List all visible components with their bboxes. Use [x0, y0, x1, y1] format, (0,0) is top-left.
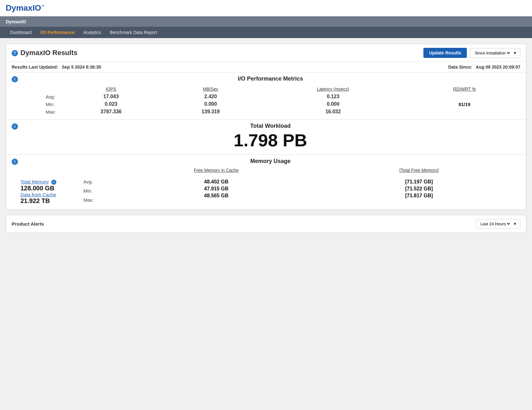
row-avg-label: Avg:: [20, 93, 59, 100]
last-updated-row: Results Last Updated: Sep 5 2024 8:36:30: [12, 65, 101, 70]
max-total-free: [71.817 GB]: [318, 192, 520, 199]
data-since-label: Data Since:: [448, 65, 472, 70]
total-free-col: [71.197 GB] [71.522 GB] [71.817 GB]: [318, 175, 520, 199]
alerts-time-select[interactable]: Last 24 Hours Last 7 Days Last 30 Days: [479, 221, 511, 227]
row-max-label: Max:: [20, 108, 59, 115]
data-from-cache-value: 21.922 TB: [20, 197, 83, 205]
data-since-row: Data Since: Aug 09 2023 20:09:07: [448, 65, 520, 70]
mem-min-label: Min:: [83, 186, 115, 195]
col-free-cache: Free Memory in Cache: [115, 168, 318, 173]
max-iops: 3787.336: [59, 108, 164, 115]
data-since-value: Aug 09 2023 20:09:07: [476, 65, 520, 70]
memory-col-headers: Free Memory in Cache [Total Free Memory]: [20, 168, 520, 173]
main-content: ? DymaxIO Results Update Results Since I…: [0, 38, 532, 239]
update-results-button[interactable]: Update Results: [423, 48, 467, 58]
avg-mbsec: 2.420: [164, 93, 258, 100]
app-title-bar: DymaxIO: [0, 16, 532, 27]
results-header: ? DymaxIO Results Update Results Since I…: [6, 44, 526, 62]
min-free-cache: 47.915 GB: [115, 185, 318, 192]
total-memory-link[interactable]: Total Memory: [20, 179, 49, 184]
workload-section: i Total Workload 1.798 PB: [6, 120, 526, 155]
total-memory-info-icon[interactable]: i: [51, 180, 56, 185]
table-row: Avg: 17.043 2.420 0.123 81/19: [20, 93, 520, 100]
min-mbsec: 0.000: [164, 100, 258, 108]
workload-info-icon[interactable]: i: [12, 123, 18, 130]
results-card: ? DymaxIO Results Update Results Since I…: [6, 44, 526, 210]
max-mbsec: 139.319: [164, 108, 258, 115]
since-select-wrapper[interactable]: Since Installation Last 24 Hours Last 7 …: [470, 48, 520, 58]
mem-max-label: Max:: [83, 195, 115, 205]
io-metrics-section: i I/O Performance Metrics IOPS MB/Sec La…: [6, 72, 526, 120]
product-alerts-card: Product Alerts Last 24 Hours Last 7 Days…: [6, 215, 526, 233]
app-logo: DymaxIO™: [6, 3, 45, 13]
workload-value: 1.798 PB: [20, 131, 520, 150]
io-metrics-content: I/O Performance Metrics IOPS MB/Sec Late…: [20, 76, 520, 115]
total-memory-col: Total Memory i 128.000 GB Data from Cach…: [20, 179, 83, 205]
since-select[interactable]: Since Installation Last 24 Hours Last 7 …: [473, 50, 511, 56]
memory-row-labels: Total Memory i 128.000 GB Data from Cach…: [20, 174, 520, 205]
col-latency: Latency (msecs): [258, 85, 409, 93]
avg-iops: 17.043: [59, 93, 164, 100]
min-total-free: [71.522 GB]: [318, 185, 520, 192]
last-updated-value: Sep 5 2024 8:36:30: [62, 65, 101, 70]
memory-section: i Memory Usage Free Memory in Cache [Tot…: [6, 155, 526, 210]
nav-dashboard[interactable]: Dashboard: [6, 27, 36, 38]
alerts-time-select-wrapper[interactable]: Last 24 Hours Last 7 Days Last 30 Days ▼: [476, 219, 520, 229]
nav-benchmark[interactable]: Benchmark Data Report: [105, 27, 161, 38]
memory-row-labels-col: Avg: Min: Max:: [83, 174, 115, 205]
col-mbsec: MB/Sec: [164, 85, 258, 93]
results-title: ? DymaxIO Results: [12, 49, 77, 57]
data-from-cache-link[interactable]: Data from Cache: [20, 192, 56, 197]
logo-bar: DymaxIO™: [0, 0, 532, 16]
col-iops: IOPS: [59, 85, 164, 93]
app-title-label: DymaxIO: [6, 19, 26, 24]
results-meta: Results Last Updated: Sep 5 2024 8:36:30…: [6, 62, 526, 72]
workload-title: Total Workload: [20, 123, 520, 129]
results-actions: Update Results Since Installation Last 2…: [423, 48, 520, 58]
col-rdwrt: RD/WRT %: [409, 85, 520, 93]
results-title-text: DymaxIO Results: [20, 49, 77, 57]
product-alerts-title: Product Alerts: [12, 221, 44, 227]
avg-total-free: [71.197 GB]: [318, 178, 520, 185]
min-latency: 0.000: [258, 100, 409, 108]
avg-latency: 0.123: [258, 93, 409, 100]
avg-free-cache: 48.402 GB: [115, 178, 318, 185]
chevron-down-icon: ▼: [513, 51, 517, 55]
last-updated-label: Results Last Updated:: [12, 65, 58, 70]
workload-content: Total Workload 1.798 PB: [20, 123, 520, 150]
nav-analytics[interactable]: Analytics: [79, 27, 105, 38]
memory-info-icon[interactable]: i: [12, 159, 18, 165]
total-memory-value: 128.000 GB: [20, 185, 83, 192]
io-metrics-table: IOPS MB/Sec Latency (msecs) RD/WRT % Avg…: [20, 85, 520, 115]
nav-io-performance[interactable]: I/O Performance: [36, 27, 79, 38]
max-latency: 16.032: [258, 108, 409, 115]
rdwrt-value: 81/19: [409, 93, 520, 115]
mem-avg-label: Avg:: [83, 177, 115, 186]
col-total-free: [Total Free Memory]: [318, 168, 520, 173]
nav-bar: Dashboard I/O Performance Analytics Benc…: [0, 27, 532, 38]
logo-text: DymaxIO: [6, 3, 41, 13]
io-metrics-info-icon[interactable]: i: [12, 76, 18, 82]
results-info-icon[interactable]: ?: [12, 50, 18, 56]
memory-title: Memory Usage: [20, 158, 520, 165]
memory-content: Memory Usage Free Memory in Cache [Total…: [20, 158, 520, 205]
min-iops: 0.023: [59, 100, 164, 108]
free-cache-col: 48.402 GB 47.915 GB 48.565 GB: [115, 175, 318, 199]
row-min-label: Min:: [20, 100, 59, 108]
max-free-cache: 48.565 GB: [115, 192, 318, 199]
logo-tm: ™: [41, 4, 45, 8]
io-metrics-title: I/O Performance Metrics: [20, 76, 520, 82]
chevron-down-icon: ▼: [513, 222, 517, 226]
